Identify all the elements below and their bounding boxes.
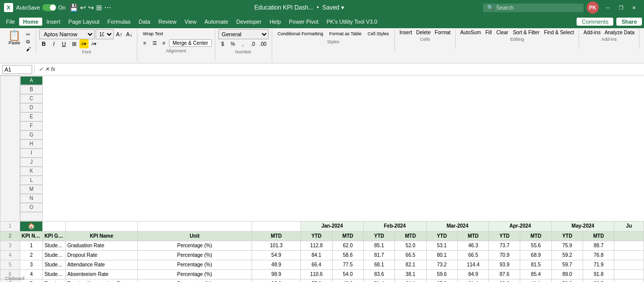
may-ytd-cell[interactable]: 75.9 — [551, 241, 583, 250]
apr-mtd-cell[interactable]: 84.9 — [457, 269, 489, 279]
menu-home[interactable]: Home — [19, 18, 43, 26]
extra-cell[interactable] — [614, 279, 644, 282]
percent-button[interactable]: % — [228, 39, 237, 48]
may-ytd-cell[interactable]: 56.0 — [551, 279, 583, 282]
increase-decimal-button[interactable]: .0 — [249, 39, 258, 48]
fill-color-button[interactable]: A▾ — [79, 39, 89, 48]
analyze-data-button[interactable]: Analyze Data — [603, 29, 636, 36]
autosave-toggle[interactable] — [42, 4, 56, 11]
decrease-font-button[interactable]: A↓ — [125, 30, 134, 39]
jan-ytd-cell[interactable]: 110.6 — [301, 269, 332, 279]
kpi-number-cell[interactable]: 3 — [20, 260, 42, 269]
number-format-select[interactable]: General — [218, 29, 269, 39]
feb-mtd-cell[interactable]: 62.0 — [332, 241, 363, 250]
menu-help[interactable]: Help — [266, 18, 285, 26]
feb-ytd-cell[interactable]: 68.1 — [363, 260, 394, 269]
apr-ytd-cell[interactable]: 70.9 — [489, 250, 520, 260]
menu-view[interactable]: View — [181, 18, 201, 26]
feb-mtd-cell[interactable]: 58.6 — [332, 250, 363, 260]
menu-formulas[interactable]: Formulas — [104, 18, 135, 26]
jan-mtd-cell[interactable]: 101.3 — [252, 241, 300, 250]
row-3-num[interactable]: 3 — [1, 241, 20, 250]
italic-button[interactable]: I — [49, 39, 58, 48]
mar-mtd-cell[interactable]: 52.0 — [395, 241, 426, 250]
extra-cell[interactable] — [614, 241, 644, 250]
jan-mtd-cell[interactable]: 54.9 — [252, 250, 300, 260]
comments-button[interactable]: Comments — [577, 18, 613, 26]
row-4-num[interactable]: 4 — [1, 250, 20, 260]
menu-review[interactable]: Review — [154, 18, 181, 26]
jan-ytd-cell[interactable]: 66.4 — [301, 260, 332, 269]
row-5-num[interactable]: 5 — [1, 260, 20, 269]
menu-pk-utility[interactable]: PK's Utility Tool V3.0 — [323, 18, 381, 26]
mar-mtd-cell[interactable]: 82.1 — [395, 260, 426, 269]
feb-ytd-cell[interactable]: 51.4 — [363, 279, 394, 282]
mar-mtd-cell[interactable]: 66.5 — [395, 250, 426, 260]
align-left-button[interactable]: ≡ — [140, 38, 149, 47]
apr-mtd-cell[interactable]: 81.4 — [457, 279, 489, 282]
menu-insert[interactable]: Insert — [42, 18, 64, 26]
bold-button[interactable]: B — [39, 39, 48, 48]
apr-ytd-cell[interactable]: 73.7 — [489, 241, 520, 250]
font-color-button[interactable]: A▾ — [90, 39, 99, 48]
mar-ytd-cell[interactable]: 65.9 — [426, 279, 457, 282]
mar-ytd-cell[interactable]: 80.1 — [426, 250, 457, 260]
feb-mtd-cell[interactable]: 54.0 — [332, 269, 363, 279]
undo-icon[interactable]: ↩ — [80, 4, 86, 12]
more-icon[interactable]: ⋯ — [104, 4, 111, 12]
jan-ytd-cell[interactable]: 77.8 — [301, 279, 332, 282]
underline-button[interactable]: U — [59, 39, 68, 48]
delete-cells-button[interactable]: Delete — [415, 29, 432, 36]
unit-cell[interactable]: Percentage (%) — [137, 269, 252, 279]
col-E-header[interactable]: E — [20, 112, 43, 121]
col-H-header[interactable]: H — [20, 139, 43, 149]
col-D-header[interactable]: D — [20, 103, 43, 112]
col-A-header[interactable]: A — [20, 76, 43, 85]
fill-button[interactable]: Fill — [484, 29, 494, 36]
feb-ytd-cell[interactable]: 85.1 — [363, 241, 394, 250]
may-mtd-cell[interactable]: 55.6 — [520, 241, 551, 250]
mar-mtd-cell[interactable]: 38.1 — [395, 269, 426, 279]
kpi-name-cell[interactable]: Teacher Absenteeism Rate — [65, 279, 137, 282]
redo-icon[interactable]: ↪ — [88, 4, 94, 12]
feb-mtd-cell[interactable]: 77.5 — [332, 260, 363, 269]
wrap-text-button[interactable]: Wrap Text — [140, 29, 166, 38]
menu-data[interactable]: Data — [134, 18, 154, 26]
menu-file[interactable]: File — [2, 18, 19, 26]
kpi-name-cell[interactable]: Absenteeism Rate — [65, 269, 137, 279]
close-button[interactable]: ✕ — [628, 4, 640, 12]
col-I-header[interactable]: I — [20, 149, 43, 158]
kpi-group-cell[interactable]: Student Performance — [43, 250, 65, 260]
kpi-name-cell[interactable]: Graduation Rate — [65, 241, 137, 250]
may-mtd-cell[interactable]: 41.1 — [520, 279, 551, 282]
name-box[interactable] — [2, 65, 32, 74]
grid-icon[interactable]: ⊞ — [96, 4, 102, 12]
apr-ytd-cell[interactable]: 93.9 — [489, 260, 520, 269]
may-ytd-cell[interactable]: 89.0 — [551, 269, 583, 279]
jan-mtd-cell[interactable]: 88.6 — [252, 279, 300, 282]
kpi-group-cell[interactable]: Student Engagement — [43, 269, 65, 279]
may-ytd-cell[interactable]: 59.7 — [551, 260, 583, 269]
insert-cells-button[interactable]: Insert — [398, 29, 414, 36]
extra-cell[interactable] — [614, 269, 644, 279]
apr-ytd-cell[interactable]: 83.2 — [489, 279, 520, 282]
col-J-header[interactable]: J — [20, 158, 43, 167]
feb-ytd-cell[interactable]: 83.6 — [363, 269, 394, 279]
restore-button[interactable]: ❐ — [615, 4, 627, 12]
save-icon[interactable]: 💾 — [69, 4, 78, 12]
may-mtd-cell[interactable]: 81.5 — [520, 260, 551, 269]
may-mtd-cell[interactable]: 68.9 — [520, 250, 551, 260]
jun-mtd-cell[interactable]: 86.5 — [583, 279, 614, 282]
comma-button[interactable]: , — [238, 39, 248, 48]
jun-mtd-cell[interactable]: 76.8 — [583, 250, 614, 260]
col-B-header[interactable]: B — [20, 85, 43, 94]
find-select-button[interactable]: Find & Select — [542, 29, 575, 36]
autosum-button[interactable]: AutoSum — [459, 29, 482, 36]
extra-cell[interactable] — [614, 250, 644, 260]
jan-ytd-cell[interactable]: 84.1 — [301, 250, 332, 260]
sort-filter-button[interactable]: Sort & Filter — [511, 29, 541, 36]
menu-page-layout[interactable]: Page Layout — [64, 18, 104, 26]
border-button[interactable]: ⊞ — [69, 39, 78, 48]
unit-cell[interactable]: Percentage (%) — [137, 241, 252, 250]
font-family-select[interactable]: Aptos Narrow — [39, 29, 95, 39]
